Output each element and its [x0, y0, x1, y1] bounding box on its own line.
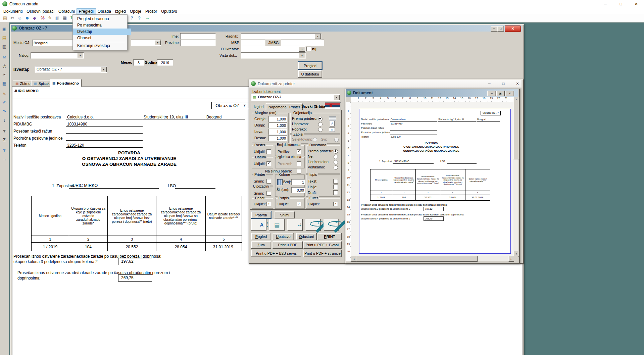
mesto-oj-field[interactable] [32, 40, 77, 46]
izvestaj-combo[interactable]: Obrazac OZ - 7 ▼ [35, 66, 107, 73]
menu-item-kreiranje-izvestaja[interactable]: Kreiranje izvestaja [73, 43, 131, 49]
scissors-icon[interactable]: ✂ [9, 15, 15, 21]
menu-dokumenti[interactable]: Dokumenti [1, 9, 24, 14]
font-size-button[interactable]: A ▲ ▼ [251, 219, 266, 231]
datum-checkbox[interactable]: ✓ [266, 161, 271, 166]
vrsta-dok-combo[interactable]: ▼ [241, 52, 306, 59]
people-icon[interactable]: ☻ [24, 15, 30, 21]
leva-field[interactable] [268, 129, 287, 135]
report-icon[interactable]: ▤ [2, 15, 8, 21]
app-close-button[interactable]: ✕ [629, 0, 644, 8]
cut-icon[interactable]: ✂ [1, 72, 7, 78]
dvostrano-prema-printeru-radio[interactable] [334, 149, 338, 154]
potpis-checkbox[interactable]: ✓ [297, 202, 301, 206]
print-pdf-button[interactable]: Print u PDF [273, 241, 303, 249]
chevron-down-icon[interactable]: ▼ [299, 47, 305, 52]
dokument-combo[interactable]: ▦ Obrazac OZ-7 ▼ [251, 94, 340, 101]
u-pozadini-snimi-checkbox[interactable] [266, 191, 271, 196]
tab-pojedinacno[interactable]: ▦ Pojedinačno [50, 79, 82, 87]
printer-maximize-button[interactable]: □ [500, 81, 507, 86]
dvostrano-vertikalno-radio[interactable] [334, 165, 338, 170]
print-pdf-stranice-button[interactable]: Print u PDF + stranice [303, 250, 342, 257]
menu-obracuni[interactable]: Obracuni [56, 9, 77, 14]
chevron-down-icon[interactable]: ▼ [334, 95, 340, 100]
save-icon[interactable]: ▣ [1, 26, 7, 32]
zoom-out-button[interactable]: − [324, 219, 339, 231]
exit-icon[interactable]: → [144, 15, 150, 21]
raster-checkbox[interactable] [266, 149, 271, 154]
tab-izgled[interactable]: Izgled [251, 103, 266, 110]
chevron-down-icon[interactable]: ▼ [77, 53, 83, 58]
chevron-down-icon[interactable]: ▼ [101, 67, 107, 72]
futer-checkbox[interactable]: ✓ [333, 202, 338, 206]
menu-prozor[interactable]: Prozor [143, 9, 159, 14]
pecat-checkbox[interactable]: ✓ [266, 202, 271, 206]
copy-icon[interactable]: ▦ [1, 81, 7, 87]
draft-checkbox[interactable] [333, 190, 338, 195]
oz-maximize-button[interactable]: □ [497, 26, 504, 32]
menu-izgled[interactable]: Izgled [113, 9, 128, 14]
app-minimize-button[interactable]: ─ [598, 0, 613, 8]
filter-icon[interactable]: ▼ [1, 128, 7, 134]
oj-combo[interactable]: ▼ [131, 40, 161, 46]
pan-button[interactable]: ↔ ↕ [287, 219, 303, 231]
tekst-checkbox[interactable] [333, 179, 338, 184]
menu-item-pregled-obracuna[interactable]: Pregled obracuna [73, 16, 131, 22]
jmbg-field[interactable] [281, 40, 324, 46]
svi-radio[interactable] [334, 138, 339, 142]
menu-item-izvestaji[interactable]: Izvestaji [73, 29, 131, 35]
chevron-down-icon[interactable]: ▼ [299, 53, 305, 58]
sheet-icon[interactable]: ▥ [54, 15, 60, 21]
kolone-broj-field[interactable] [291, 179, 305, 185]
godina-field[interactable] [157, 59, 173, 66]
printer-snimi-checkbox[interactable] [266, 179, 271, 184]
open-folder-icon[interactable]: ▤ [1, 35, 7, 41]
radnik-combo[interactable]: ▼ [241, 33, 321, 40]
printer-minimize-button[interactable]: ─ [486, 81, 493, 86]
odustani-button[interactable]: Odustani [296, 233, 317, 240]
donja-field[interactable] [268, 122, 287, 129]
print-button[interactable]: PRINT [317, 233, 342, 240]
printer-close-button[interactable]: ✕ [514, 81, 521, 86]
menu-opcije[interactable]: Opcije [128, 9, 143, 14]
menu-pregledi[interactable]: Pregledi [77, 9, 96, 14]
text-view-button[interactable]: ▤ [269, 219, 285, 231]
undo-icon[interactable]: ↶ [1, 100, 7, 106]
horizontal-scroll-thumb[interactable] [356, 256, 478, 262]
serbia-flag-icon[interactable] [325, 102, 341, 110]
selektovani-radio[interactable] [313, 138, 317, 142]
oz-minimize-button[interactable]: ─ [491, 26, 497, 32]
menu-uputstvo[interactable]: Uputstvo [159, 9, 179, 14]
pregled-button[interactable]: Pregled [298, 62, 322, 69]
dvostrano-horizontalno-radio[interactable] [334, 160, 338, 164]
hij-checkbox[interactable] [306, 47, 311, 51]
oz-close-button[interactable]: ✕ [505, 26, 521, 32]
prefiks-checkbox[interactable]: ✓ [297, 149, 301, 154]
vertical-scroll-thumb[interactable] [513, 102, 519, 159]
menu-obrada[interactable]: Obrada [96, 9, 113, 14]
nalog-combo[interactable]: ▼ [31, 52, 84, 59]
print-pdf-b2b-button[interactable]: Print u PDF + B2B servis [251, 250, 301, 257]
na-sirinu-papira-checkbox[interactable] [297, 169, 301, 173]
uputstvo-button[interactable]: Uputstvo [273, 233, 294, 240]
zum-button[interactable]: Zum [251, 241, 271, 249]
popreko-radio[interactable] [318, 128, 323, 132]
preuzmi-checkbox[interactable] [297, 161, 301, 166]
search-icon[interactable]: ◎ [1, 63, 7, 69]
snimi-button[interactable]: Snimi [275, 211, 295, 218]
pogled-button[interactable]: Pogled [251, 233, 271, 240]
side-exit-icon[interactable]: → [1, 156, 7, 162]
side-help-icon[interactable]: ? [1, 148, 7, 154]
preview-minimize-button[interactable]: ─ [487, 91, 496, 96]
potvrdi-button[interactable]: Potvrdi [251, 211, 271, 218]
oj-kreator-combo[interactable]: ▼ [241, 46, 306, 52]
print-icon[interactable]: ▥ [1, 44, 7, 50]
prezime-field[interactable] [180, 40, 216, 46]
tab-spisak[interactable]: ▥ Spisak [31, 80, 52, 87]
kolone-sir-field[interactable] [291, 187, 305, 193]
mesec-field[interactable] [133, 59, 144, 66]
tab-printer[interactable]: Printer [287, 103, 303, 110]
sort-icon[interactable]: ↕ [1, 117, 7, 123]
redo-icon[interactable]: ↷ [1, 109, 7, 115]
menu-item-po-mesecima[interactable]: Po mesecima [73, 22, 131, 29]
